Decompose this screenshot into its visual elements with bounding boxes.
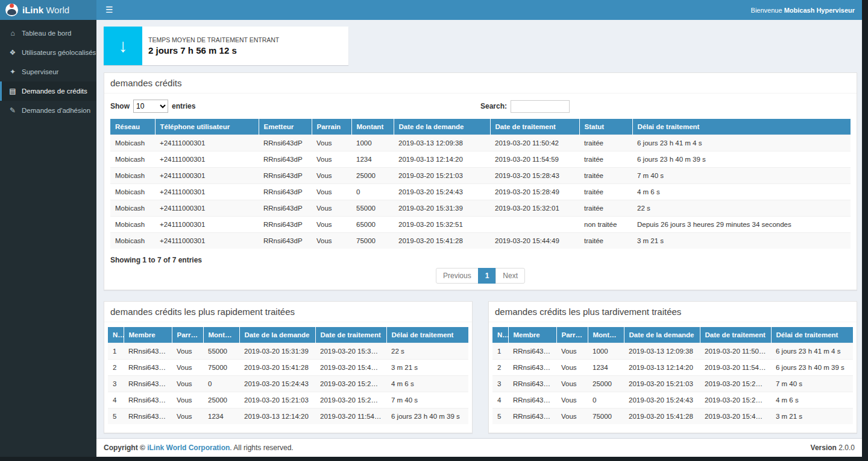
panel-body: N°MembreParrainMontantDate de la demande… (489, 322, 857, 433)
app-window: iLink World ☰ Bienvenue Mobicash Hypervi… (0, 0, 862, 457)
column-header[interactable]: Téléphone utilisateur (155, 119, 259, 135)
table-cell: 4 m 6 s (386, 376, 468, 392)
column-header[interactable]: Date de la demande (239, 327, 315, 343)
column-header[interactable]: Délai de traitement (771, 327, 853, 343)
info-box-content: TEMPS MOYEN DE TRAITEMENT ENTRANT 2 jour… (142, 27, 285, 65)
table-cell: Mobicash (110, 168, 155, 184)
column-header[interactable]: Date de la demande (624, 327, 700, 343)
down-arrow-icon: ↓ (104, 27, 142, 65)
credit-requests-icon: ▤ (8, 87, 17, 95)
column-header[interactable]: Parrain (312, 119, 351, 135)
brand[interactable]: iLink World (0, 0, 96, 20)
table-cell: RRnsi643dP (508, 392, 556, 409)
column-header[interactable]: Emetteur (259, 119, 312, 135)
table-cell: RRnsi643dP (124, 392, 172, 409)
welcome-message[interactable]: Bienvenue Mobicash Hyperviseur (751, 7, 862, 14)
copyright-prefix: Copyright © (104, 444, 145, 452)
table-cell: 2019-03-13 12:09:38 (624, 343, 700, 360)
sidebar-item-label: Tableau de bord (22, 30, 71, 37)
sidebar-item-tableau-de-bord[interactable]: ⌂ Tableau de bord (0, 24, 96, 43)
sidebar-toggle-icon[interactable]: ☰ (96, 0, 122, 20)
entries-label: entries (172, 102, 195, 110)
table-cell: 1234 (351, 151, 394, 168)
table-cell: RRnsi643dP (259, 233, 312, 249)
table-cell: Mobicash (110, 233, 155, 249)
table-cell: 2019-03-20 15:28:49 (315, 376, 386, 392)
table-cell: RRnsi643dP (259, 151, 312, 168)
table-row: 4RRnsi643dPVous250002019-03-20 15:21:032… (108, 392, 468, 409)
search-control: Search: (480, 100, 851, 113)
table-cell: Vous (312, 200, 351, 217)
table-cell: 6 jours 23 h 41 m 4 s (632, 135, 851, 151)
info-box-label: TEMPS MOYEN DE TRAITEMENT ENTRANT (148, 36, 279, 43)
table-cell: Mobicash (110, 151, 155, 168)
table-cell: +24111000301 (155, 217, 259, 233)
column-header[interactable]: Parrain (556, 327, 588, 343)
table-cell: 2019-03-20 15:28:43 (490, 168, 579, 184)
column-header[interactable]: Date de traitement (700, 327, 771, 343)
column-header[interactable]: Statut (579, 119, 632, 135)
table-cell: 1234 (203, 409, 239, 425)
table-cell: 55000 (351, 200, 394, 217)
table-cell: 7 m 40 s (386, 392, 468, 409)
table-cell: 2019-03-20 11:50:42 (490, 135, 579, 151)
table-cell: +24111000301 (155, 184, 259, 200)
page-1-button[interactable]: 1 (478, 268, 497, 284)
ilink-logo-icon (5, 4, 18, 16)
column-header[interactable]: N° (492, 327, 508, 343)
table-row: Mobicash+24111000301RRnsi643dPVous550002… (110, 200, 851, 217)
table-row: 5RRnsi643dPVous12342019-03-13 12:14:2020… (108, 409, 468, 425)
table-cell: 5 (108, 409, 124, 425)
column-header[interactable]: Montant (203, 327, 239, 343)
table-body: 1RRnsi643dPVous10002019-03-13 12:09:3820… (492, 343, 853, 425)
sidebar-item-demandes-de-credits[interactable]: ▤ Demandes de crédits (0, 81, 96, 101)
column-header[interactable]: N° (108, 327, 124, 343)
column-header[interactable]: Membre (124, 327, 172, 343)
table-cell: non traitée (579, 217, 632, 233)
previous-page-button[interactable]: Previous (436, 268, 479, 284)
table-cell (490, 217, 579, 233)
supervisor-icon: ✦ (8, 68, 17, 76)
column-header[interactable]: Délai de traitement (632, 119, 851, 135)
table-cell: 1234 (588, 360, 624, 376)
next-page-button[interactable]: Next (495, 268, 525, 284)
show-label: Show (110, 102, 130, 110)
panel-title: demandes crédits les plus tardivement tr… (489, 302, 857, 322)
table-cell: 25000 (588, 376, 624, 392)
table-body: Mobicash+24111000301RRnsi643dPVous100020… (110, 135, 851, 249)
table-cell: 6 jours 23 h 40 m 39 s (771, 360, 853, 376)
table-cell: Vous (556, 376, 588, 392)
column-header[interactable]: Montant (588, 327, 624, 343)
column-header[interactable]: Membre (508, 327, 556, 343)
table-header-row: RéseauTéléphone utilisateurEmetteurParra… (110, 119, 851, 135)
table-cell: RRnsi643dP (124, 376, 172, 392)
sidebar-item-utilisateurs-geolocalises[interactable]: ❖ Utilisateurs géolocalisés (0, 43, 96, 62)
sidebar-item-demandes-adhesion[interactable]: ✎ Demandes d'adhésion (0, 101, 96, 120)
table-cell: 2 (108, 360, 124, 376)
table-row: 4RRnsi643dPVous02019-03-20 15:24:432019-… (492, 392, 853, 409)
column-header[interactable]: Date de traitement (315, 327, 386, 343)
table-cell: 1 (108, 343, 124, 360)
version-label: Version (811, 444, 837, 452)
sidebar-item-superviseur[interactable]: ✦ Superviseur (0, 62, 96, 81)
sidebar-item-label: Demandes d'adhésion (22, 107, 90, 114)
column-header[interactable]: Délai de traitement (386, 327, 468, 343)
table-row: 1RRnsi643dPVous550002019-03-20 15:31:392… (108, 343, 468, 360)
table-cell: 2019-03-20 15:41:28 (394, 233, 490, 249)
table-cell: 3 m 21 s (771, 409, 853, 425)
table-cell: 2019-03-20 15:31:39 (239, 343, 315, 360)
column-header[interactable]: Date de la demande (394, 119, 490, 135)
table-cell: 65000 (351, 217, 394, 233)
column-header[interactable]: Parrain (172, 327, 203, 343)
search-input[interactable] (511, 100, 570, 113)
table-cell: 2019-03-20 15:31:39 (394, 200, 490, 217)
company-link[interactable]: iLink World Corporation (147, 444, 230, 452)
column-header[interactable]: Montant (351, 119, 394, 135)
column-header[interactable]: Date de traitement (490, 119, 579, 135)
table-cell: Vous (556, 392, 588, 409)
table-row: 3RRnsi643dPVous02019-03-20 15:24:432019-… (108, 376, 468, 392)
page-length-select[interactable]: 10 (133, 100, 168, 113)
column-header[interactable]: Réseau (110, 119, 155, 135)
table-cell: 2019-03-20 11:50:42 (700, 343, 771, 360)
table-cell: 1000 (588, 343, 624, 360)
